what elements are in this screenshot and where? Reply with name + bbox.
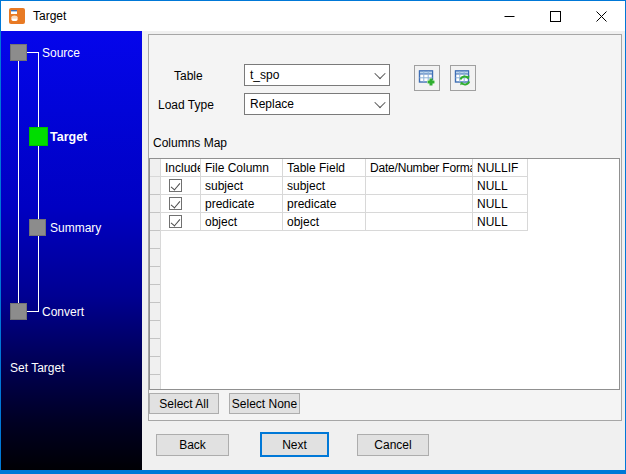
table-combobox[interactable]: t_spo (244, 64, 390, 86)
selector-header-cell (150, 159, 161, 177)
close-button[interactable] (578, 1, 624, 31)
window-title: Target (33, 9, 66, 23)
minimize-icon (504, 11, 515, 22)
date-number-format-cell[interactable] (366, 195, 473, 213)
header-date-number-format[interactable]: Date/Number Format (366, 159, 473, 177)
chevron-down-icon (371, 71, 389, 79)
table-row: object object NULL (150, 213, 619, 231)
table-row: predicate predicate NULL (150, 195, 619, 213)
load-type-combobox[interactable]: Replace (244, 93, 390, 115)
select-none-button[interactable]: Select None (229, 393, 300, 414)
include-cell (161, 213, 201, 231)
refresh-tables-button[interactable] (450, 65, 476, 91)
header-table-field[interactable]: Table Field (283, 159, 366, 177)
sidebar-caption: Set Target (10, 361, 64, 375)
step-marker-summary (29, 219, 46, 236)
file-column-cell[interactable]: predicate (201, 195, 283, 213)
next-button[interactable]: Next (260, 432, 329, 457)
create-table-button[interactable] (414, 65, 440, 91)
row-selector-strip (150, 177, 161, 390)
close-icon (596, 11, 607, 22)
table-field-cell[interactable]: object (283, 213, 366, 231)
maximize-icon (550, 11, 561, 22)
include-checkbox[interactable] (169, 179, 182, 192)
step-marker-target (29, 127, 48, 146)
include-checkbox[interactable] (169, 197, 182, 210)
cancel-button[interactable]: Cancel (357, 434, 429, 456)
include-checkbox[interactable] (169, 215, 182, 228)
include-cell (161, 177, 201, 195)
date-number-format-cell[interactable] (366, 213, 473, 231)
maximize-button[interactable] (532, 1, 578, 31)
nullif-cell[interactable]: NULL (473, 195, 528, 213)
table-add-icon (418, 69, 436, 87)
include-cell (161, 195, 201, 213)
step-marker-source (10, 44, 27, 61)
table-label: Table (174, 69, 203, 83)
table-refresh-icon (454, 69, 472, 87)
step-connector-line-right (38, 52, 39, 312)
file-column-cell[interactable]: object (201, 213, 283, 231)
table-row: subject subject NULL (150, 177, 619, 195)
nullif-cell[interactable]: NULL (473, 177, 528, 195)
back-button[interactable]: Back (156, 434, 229, 456)
step-marker-convert (10, 303, 27, 320)
minimize-button[interactable] (486, 1, 532, 31)
app-icon (9, 8, 25, 24)
load-type-combobox-value: Replace (245, 97, 371, 111)
chevron-down-icon (371, 100, 389, 108)
step-label-target: Target (50, 130, 87, 144)
titlebar: Target (1, 1, 625, 31)
file-column-cell[interactable]: subject (201, 177, 283, 195)
select-all-button[interactable]: Select All (149, 393, 219, 414)
nullif-cell[interactable]: NULL (473, 213, 528, 231)
grid-header-row: Include File Column Table Field Date/Num… (150, 159, 619, 177)
header-include[interactable]: Include (161, 159, 201, 177)
step-label-summary: Summary (50, 221, 101, 235)
table-combobox-value: t_spo (245, 68, 371, 82)
step-label-source: Source (42, 46, 80, 60)
columns-map-grid[interactable]: Include File Column Table Field Date/Num… (149, 158, 620, 390)
header-file-column[interactable]: File Column (201, 159, 283, 177)
table-field-cell[interactable]: subject (283, 177, 366, 195)
table-field-cell[interactable]: predicate (283, 195, 366, 213)
load-type-label: Load Type (158, 98, 214, 112)
step-connector-line-left (18, 52, 19, 312)
date-number-format-cell[interactable] (366, 177, 473, 195)
header-nullif[interactable]: NULLIF (473, 159, 528, 177)
window-bottom-border (1, 470, 625, 473)
columns-map-label: Columns Map (153, 136, 227, 150)
wizard-steps-sidebar: Source Target Summary Convert Set Target (1, 31, 142, 472)
step-label-convert: Convert (42, 305, 84, 319)
target-dialog-window: Target Source Target (0, 0, 626, 474)
